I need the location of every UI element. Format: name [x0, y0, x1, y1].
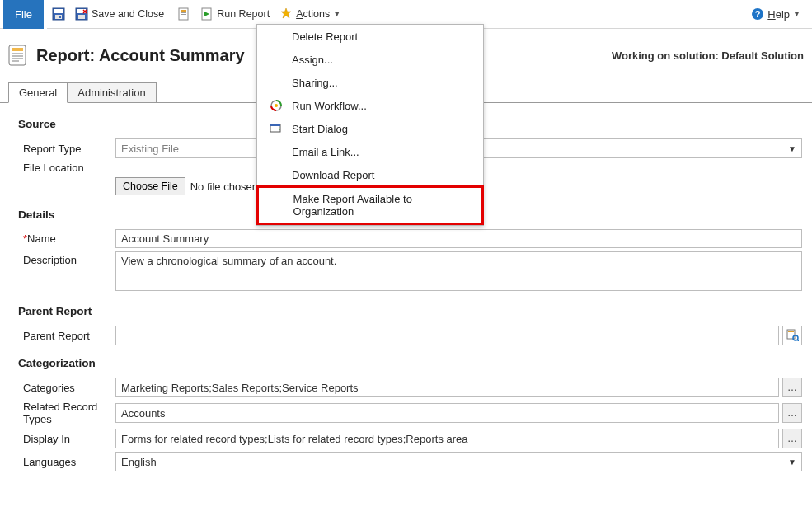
- lookup-parent-report-button[interactable]: [782, 326, 802, 345]
- input-related-record-types[interactable]: [115, 403, 779, 423]
- label-file-location: File Location: [18, 162, 115, 174]
- menu-label: Run Workflow...: [292, 100, 367, 112]
- ellipsis-displayin-button[interactable]: …: [782, 429, 802, 448]
- run-report-icon: [200, 7, 214, 21]
- report-small-icon: [177, 7, 190, 21]
- label-name: *Name: [18, 232, 115, 245]
- menu-item-sharing[interactable]: Sharing...: [257, 71, 483, 94]
- input-categories[interactable]: [115, 378, 779, 397]
- help-label: Help: [767, 8, 790, 21]
- label-display-in: Display In: [18, 433, 115, 445]
- menu-item-assign[interactable]: Assign...: [257, 48, 483, 71]
- menu-label: Download Report: [292, 169, 374, 181]
- select-report-type-value: Existing File: [121, 143, 179, 155]
- svg-line-28: [797, 340, 799, 341]
- label-report-type: Report Type: [18, 143, 115, 155]
- label-name-text: Name: [27, 232, 56, 245]
- menu-label: Sharing...: [292, 77, 338, 89]
- label-languages: Languages: [18, 456, 115, 468]
- menu-item-delete-report[interactable]: Delete Report: [257, 25, 483, 48]
- ellipsis-icon: …: [787, 382, 797, 393]
- label-description: Description: [18, 251, 115, 266]
- solution-label: Working on solution: Default Solution: [612, 49, 804, 62]
- menu-item-download-report[interactable]: Download Report: [257, 163, 483, 186]
- svg-rect-26: [788, 331, 794, 332]
- section-parent-report: Parent Report: [18, 305, 802, 317]
- svg-rect-24: [12, 60, 19, 62]
- actions-icon: [279, 7, 293, 21]
- actions-menu-button[interactable]: Actions ▼: [275, 4, 345, 24]
- textarea-description[interactable]: View a chronological summary of an accou…: [115, 251, 802, 291]
- label-parent-report: Parent Report: [18, 330, 115, 342]
- run-report-label: Run Report: [217, 8, 270, 20]
- svg-text:?: ?: [755, 9, 761, 19]
- blank-icon: [269, 145, 284, 158]
- toolbar-icon-button[interactable]: [172, 4, 195, 24]
- actions-dropdown-menu: Delete Report Assign... Sharing... Run W…: [256, 24, 484, 226]
- tab-administration[interactable]: Administration: [68, 82, 156, 103]
- section-categorization: Categorization: [18, 357, 802, 369]
- svg-rect-10: [181, 14, 186, 15]
- dropdown-arrow-icon: ▼: [788, 457, 796, 467]
- report-page-icon: [7, 44, 30, 67]
- input-display-in[interactable]: [115, 429, 779, 448]
- svg-point-16: [275, 104, 278, 107]
- menu-item-make-available[interactable]: Make Report Available to Organization: [256, 185, 484, 225]
- svg-rect-18: [270, 124, 280, 126]
- save-button[interactable]: [47, 4, 70, 24]
- input-name[interactable]: [115, 229, 802, 248]
- svg-rect-3: [59, 16, 61, 18]
- svg-rect-23: [12, 58, 23, 59]
- lookup-icon: [786, 328, 799, 344]
- ellipsis-related-button[interactable]: …: [782, 403, 802, 423]
- file-menu-button[interactable]: File: [3, 0, 47, 29]
- choose-file-button[interactable]: Choose File: [115, 177, 185, 195]
- help-caret-icon: ▼: [793, 10, 800, 18]
- dialog-icon: [269, 122, 284, 135]
- tab-general[interactable]: General: [8, 82, 68, 103]
- ellipsis-icon: …: [787, 433, 797, 444]
- svg-rect-22: [12, 55, 23, 57]
- label-categories: Categories: [18, 382, 115, 394]
- menu-label: Email a Link...: [292, 146, 359, 158]
- input-parent-report[interactable]: [115, 326, 779, 345]
- ellipsis-categories-button[interactable]: …: [782, 378, 802, 397]
- menu-label: Assign...: [292, 54, 333, 66]
- svg-rect-20: [12, 48, 23, 51]
- blank-icon: [270, 199, 285, 212]
- dropdown-arrow-icon: ▼: [788, 144, 796, 153]
- select-languages[interactable]: English ▼: [115, 452, 802, 471]
- svg-rect-6: [78, 15, 85, 19]
- run-report-button[interactable]: Run Report: [195, 4, 275, 24]
- save-close-icon: [75, 7, 88, 21]
- blank-icon: [269, 30, 284, 43]
- svg-rect-9: [181, 12, 186, 13]
- label-related-record-types: Related Record Types: [18, 401, 115, 425]
- menu-item-email-link[interactable]: Email a Link...: [257, 140, 483, 163]
- svg-rect-8: [181, 10, 186, 12]
- help-icon: ?: [751, 7, 764, 21]
- menu-item-start-dialog[interactable]: Start Dialog: [257, 117, 483, 140]
- save-icon: [52, 7, 65, 21]
- menu-label: Make Report Available to Organization: [293, 193, 472, 218]
- page-title: Report: Account Summary: [36, 46, 245, 65]
- actions-label: Actions: [296, 8, 330, 20]
- blank-icon: [269, 53, 284, 66]
- actions-caret-icon: ▼: [333, 10, 340, 18]
- no-file-label: No file chosen: [190, 181, 258, 193]
- ellipsis-icon: …: [787, 407, 797, 419]
- svg-rect-21: [12, 53, 23, 54]
- select-languages-value: English: [121, 456, 157, 468]
- help-button[interactable]: ? Help ▼: [751, 7, 809, 21]
- menu-label: Delete Report: [292, 30, 358, 43]
- blank-icon: [269, 168, 284, 181]
- svg-rect-1: [54, 9, 63, 13]
- save-and-close-label: Save and Close: [92, 8, 164, 20]
- workflow-icon: [269, 99, 284, 112]
- menu-item-run-workflow[interactable]: Run Workflow...: [257, 94, 483, 117]
- save-and-close-button[interactable]: Save and Close: [70, 4, 169, 24]
- blank-icon: [269, 76, 284, 89]
- svg-rect-11: [181, 16, 186, 16]
- menu-label: Start Dialog: [292, 123, 348, 135]
